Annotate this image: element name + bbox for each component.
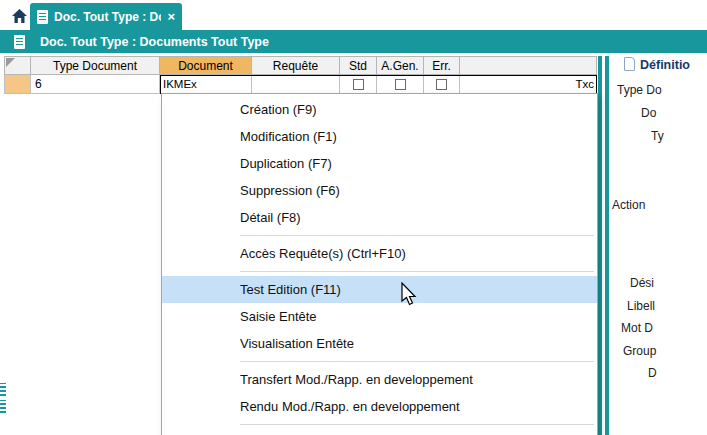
window-title-bar: Doc. Tout Type : Documents Tout Type <box>0 30 707 53</box>
corner-triangle-icon <box>6 58 15 67</box>
cell-type-document[interactable]: 6 <box>31 75 160 94</box>
form-label-type-document: Type Do <box>617 83 662 97</box>
tab-title: Doc. Tout Type : Docum... <box>54 10 161 24</box>
menu-item-modification[interactable]: Modification (F1) <box>162 123 597 150</box>
column-header-requete[interactable]: Requête <box>252 56 340 75</box>
context-menu: Création (F9) Modification (F1) Duplicat… <box>161 93 598 435</box>
column-header-filler <box>460 56 597 75</box>
menu-item-rendu-mod[interactable]: Rendu Mod./Rapp. en developpement <box>162 393 597 420</box>
menu-item-test-edition[interactable]: Test Edition (F11) <box>162 276 597 303</box>
column-header-err[interactable]: Err. <box>424 56 460 75</box>
definition-panel-title: Définitio <box>640 58 690 72</box>
cell-err[interactable] <box>424 75 460 94</box>
std-checkbox[interactable] <box>353 79 364 90</box>
tab-doc-tout-type[interactable]: Doc. Tout Type : Docum... × <box>30 3 182 30</box>
home-icon <box>11 8 28 24</box>
err-checkbox[interactable] <box>436 79 447 90</box>
form-label-mot-directeur: Mot D <box>621 321 653 335</box>
agen-checkbox[interactable] <box>395 79 406 90</box>
form-label-libelle: Libell <box>627 299 655 313</box>
form-label-document: Do <box>641 106 656 120</box>
menu-item-transfert-mod[interactable]: Transfert Mod./Rapp. en developpement <box>162 366 597 393</box>
menu-item-creation[interactable]: Création (F9) <box>162 96 597 123</box>
form-label-action: Action <box>612 198 645 212</box>
column-header-type-document[interactable]: Type Document <box>31 56 160 75</box>
window-title: Doc. Tout Type : Documents Tout Type <box>40 35 269 49</box>
column-header-std[interactable]: Std <box>340 56 377 75</box>
menu-separator <box>240 424 594 425</box>
cell-requete[interactable] <box>252 75 340 94</box>
definition-doc-icon <box>624 57 635 71</box>
cell-document[interactable]: IKMEx <box>160 75 252 94</box>
menu-item-visualisation-entete[interactable]: Visualisation Entête <box>162 330 597 357</box>
cell-std[interactable] <box>340 75 377 94</box>
left-splitter-grip[interactable] <box>0 383 6 396</box>
document-icon <box>37 10 48 24</box>
menu-item-partial[interactable] <box>162 429 597 435</box>
form-label-d: D <box>648 366 657 380</box>
menu-item-suppression[interactable]: Suppression (F6) <box>162 177 597 204</box>
form-label-groupe: Group <box>623 344 656 358</box>
menu-item-detail[interactable]: Détail (F8) <box>162 204 597 231</box>
menu-item-duplication[interactable]: Duplication (F7) <box>162 150 597 177</box>
menu-separator <box>240 361 594 362</box>
home-button[interactable] <box>8 5 30 27</box>
row-selector-cell[interactable] <box>4 75 31 94</box>
menu-item-saisie-entete[interactable]: Saisie Entête <box>162 303 597 330</box>
tab-close-icon[interactable]: × <box>167 10 175 23</box>
cell-agen[interactable] <box>377 75 424 94</box>
form-label-designation: Dési <box>630 276 654 290</box>
cell-file[interactable]: Txc <box>460 75 597 94</box>
left-splitter-grip[interactable] <box>0 400 6 413</box>
menu-separator <box>240 271 594 272</box>
column-header-agen[interactable]: A.Gen. <box>377 56 424 75</box>
menu-item-acces-requete[interactable]: Accès Requête(s) (Ctrl+F10) <box>162 240 597 267</box>
menu-separator <box>240 235 594 236</box>
panel-splitter[interactable] <box>598 56 609 435</box>
column-header-document[interactable]: Document <box>160 56 252 75</box>
tab-bar: Doc. Tout Type : Docum... × <box>0 0 707 30</box>
select-all-corner[interactable] <box>4 56 31 75</box>
document-icon <box>14 35 25 49</box>
form-label-type: Ty <box>651 129 664 143</box>
